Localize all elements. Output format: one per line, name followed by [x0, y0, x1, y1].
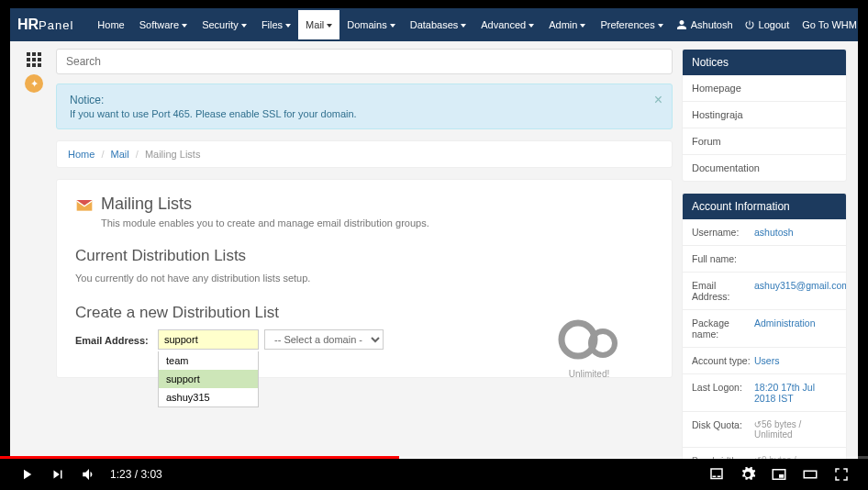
notice-alert: Notice: If you want to use Port 465. Ple…	[56, 84, 673, 129]
autocomplete-option[interactable]: team	[159, 351, 258, 370]
brand-hr: HR	[17, 17, 39, 33]
domain-select[interactable]: -- Select a domain --	[264, 329, 384, 350]
username-label: Ashutosh	[691, 19, 733, 30]
notices-link[interactable]: Homepage	[683, 75, 846, 101]
search-input[interactable]	[56, 49, 673, 74]
nav-item-domains[interactable]: Domains	[339, 10, 402, 39]
close-icon[interactable]: ×	[654, 92, 662, 108]
breadcrumb: Home / Mail / Mailing Lists	[56, 140, 673, 168]
nav-items: HomeSoftwareSecurityFilesMailDomainsData…	[90, 10, 670, 39]
volume-button[interactable]	[73, 461, 105, 488]
logout-button[interactable]: Logout	[739, 19, 796, 30]
autocomplete-option[interactable]: ashuy315	[159, 388, 258, 406]
subtitles-button[interactable]	[701, 461, 732, 488]
help-icon[interactable]: ✦	[25, 74, 43, 93]
user-menu[interactable]: Ashutosh	[671, 19, 739, 30]
account-info-title: Account Information	[683, 194, 846, 219]
account-info-row: Package name:Administration	[683, 309, 846, 347]
notice-title: Notice:	[70, 94, 659, 106]
svg-rect-2	[779, 474, 784, 478]
play-button[interactable]	[11, 461, 42, 488]
brand-logo[interactable]: HRPanel	[17, 17, 73, 33]
content-panel: Mailing Lists This module enables you to…	[56, 179, 673, 378]
nav-item-files[interactable]: Files	[254, 10, 298, 39]
autocomplete-option[interactable]: support	[159, 370, 258, 388]
breadcrumb-current: Mailing Lists	[145, 149, 201, 160]
svg-rect-3	[804, 471, 817, 478]
page-subtitle: This module enables you to create and ma…	[101, 217, 653, 228]
user-icon	[676, 19, 687, 30]
unlimited-graphic: Unlimited!	[552, 317, 626, 379]
fullscreen-button[interactable]	[826, 461, 857, 488]
nav-item-databases[interactable]: Databases	[403, 10, 474, 39]
notices-panel: Notices HomepageHostingrajaForumDocument…	[682, 49, 847, 182]
email-address-label: Email Address:	[75, 329, 158, 346]
account-info-panel: Account Information Username:ashutoshFul…	[682, 193, 847, 459]
account-info-row: Full name:	[683, 245, 846, 272]
nav-item-admin[interactable]: Admin	[541, 10, 593, 39]
current-lists-empty: You currently do not have any distributi…	[75, 273, 653, 284]
current-lists-heading: Current Distribution Lists	[75, 247, 653, 265]
notices-link[interactable]: Hostingraja	[683, 101, 846, 128]
nav-item-mail[interactable]: Mail	[298, 10, 339, 39]
unlimited-label: Unlimited!	[552, 369, 626, 379]
video-controls: 1:23 / 3:03	[0, 459, 868, 490]
notices-link[interactable]: Forum	[683, 128, 846, 154]
mail-icon	[75, 196, 94, 213]
nav-item-home[interactable]: Home	[90, 10, 131, 39]
notices-panel-title: Notices	[683, 50, 846, 75]
next-button[interactable]	[42, 461, 73, 488]
theater-button[interactable]	[795, 461, 826, 488]
power-icon	[744, 19, 755, 30]
logout-label: Logout	[759, 19, 790, 30]
left-rail: ✦	[21, 49, 47, 459]
breadcrumb-home[interactable]: Home	[68, 149, 95, 160]
miniplayer-button[interactable]	[763, 461, 795, 488]
nav-item-preferences[interactable]: Preferences	[593, 10, 670, 39]
account-info-row: Disk Quota:↻ 56 bytes / Unlimited	[683, 411, 846, 447]
notices-link[interactable]: Documentation	[683, 154, 846, 181]
nav-item-security[interactable]: Security	[195, 10, 254, 39]
page-title: Mailing Lists	[101, 195, 192, 214]
notice-text: If you want to use Port 465. Please enab…	[70, 108, 659, 119]
email-local-input[interactable]	[158, 329, 259, 350]
nav-item-software[interactable]: Software	[132, 10, 195, 39]
goto-whm-button[interactable]: Go To WHM	[795, 10, 858, 39]
apps-grid-icon[interactable]	[27, 52, 41, 67]
right-sidebar: Notices HomepageHostingrajaForumDocument…	[682, 49, 847, 459]
settings-button[interactable]	[732, 461, 763, 488]
account-info-row: Username:ashutosh	[683, 219, 846, 245]
top-navbar: HRPanel HomeSoftwareSecurityFilesMailDom…	[10, 8, 858, 41]
account-info-row: Email Address:ashuy315@gmail.com	[683, 272, 846, 309]
account-info-row: Last Logon:18:20 17th Jul 2018 IST	[683, 373, 846, 411]
autocomplete-dropdown: teamsupportashuy315	[158, 351, 259, 407]
brand-panel: Panel	[39, 18, 73, 32]
time-display: 1:23 / 3:03	[110, 468, 162, 481]
breadcrumb-mail[interactable]: Mail	[111, 149, 129, 160]
nav-item-advanced[interactable]: Advanced	[473, 10, 541, 39]
app-viewport: HRPanel HomeSoftwareSecurityFilesMailDom…	[10, 8, 858, 459]
account-info-row: Account type:Users	[683, 347, 846, 373]
